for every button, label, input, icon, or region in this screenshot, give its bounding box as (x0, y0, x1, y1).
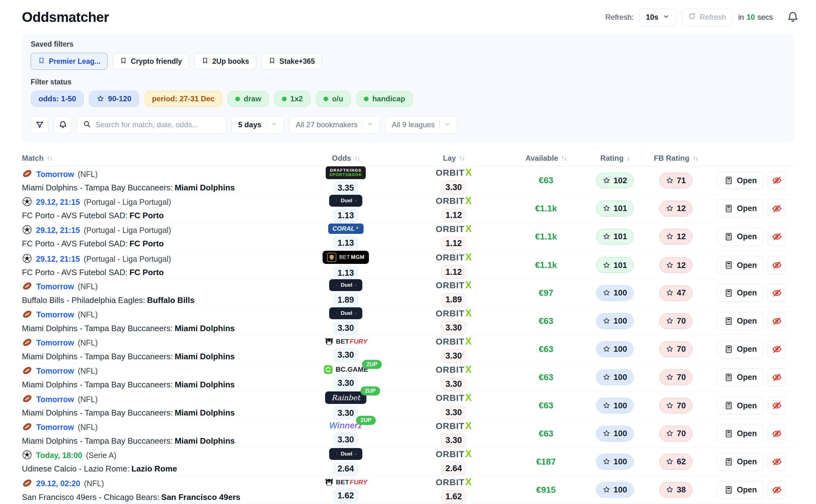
open-button[interactable]: Open (718, 481, 763, 499)
match-date-link[interactable]: Tomorrow (36, 366, 74, 375)
lay-odds[interactable]: 2.64 (442, 462, 466, 475)
days-select[interactable]: 5 days (231, 116, 284, 134)
hide-eye-off-button[interactable] (768, 453, 786, 471)
back-odds[interactable]: 1.62 (333, 489, 358, 502)
filter-funnel-button[interactable] (31, 116, 49, 134)
open-button[interactable]: Open (718, 453, 763, 471)
filter-chip[interactable]: period: 27-31 Dec (144, 91, 222, 107)
hide-eye-off-button[interactable] (768, 481, 786, 499)
hide-eye-off-button[interactable] (768, 256, 786, 274)
open-button[interactable]: Open (718, 228, 763, 246)
leagues-select[interactable]: All 9 leagues (385, 116, 458, 134)
lay-odds[interactable]: 1.89 (442, 293, 466, 306)
column-header-lay[interactable]: Lay↑↓ (397, 154, 510, 163)
bookmaker-logo-betfury: BETFURY (324, 337, 367, 346)
fb-rating-badge: 62 (659, 454, 692, 470)
lay-odds[interactable]: 1.62 (442, 490, 466, 503)
column-header-rating[interactable]: Rating↓ (582, 154, 648, 163)
refresh-button[interactable]: Refresh (682, 8, 732, 26)
column-header-fb-rating[interactable]: FB Rating↑↓ (648, 154, 704, 163)
column-header-match[interactable]: Match↑↓ (22, 154, 294, 163)
match-date-link[interactable]: Tomorrow (36, 170, 74, 179)
table-row: Tomorrow (NFL) Miami Dolphins - Tampa Ba… (22, 391, 794, 420)
back-odds[interactable]: 3.30 (333, 377, 358, 390)
open-button[interactable]: Open (718, 396, 763, 415)
open-button[interactable]: Open (718, 199, 763, 218)
notifications-bell-icon[interactable] (787, 11, 799, 23)
lay-odds[interactable]: 3.30 (442, 350, 466, 363)
match-date-link[interactable]: Tomorrow (36, 395, 74, 404)
lay-odds[interactable]: 1.12 (442, 209, 466, 222)
hide-eye-off-button[interactable] (768, 425, 786, 443)
back-odds[interactable]: 3.30 (333, 322, 358, 335)
filter-chip[interactable]: handicap (356, 91, 413, 107)
hide-eye-off-button[interactable] (768, 396, 786, 415)
back-odds[interactable]: 1.89 (333, 294, 358, 307)
hide-eye-off-button[interactable] (768, 368, 786, 386)
lay-odds[interactable]: 1.12 (442, 265, 466, 279)
filter-chip-label: odds: 1-50 (38, 94, 76, 103)
open-button[interactable]: Open (718, 340, 763, 358)
open-button[interactable]: Open (718, 256, 763, 274)
hide-eye-off-button[interactable] (768, 171, 786, 189)
match-date-link[interactable]: Tomorrow (36, 310, 74, 319)
filter-status-label: Filter status (31, 78, 785, 86)
back-odds[interactable]: 1.13 (333, 236, 358, 249)
match-date-link[interactable]: 29.12, 02:20 (36, 479, 80, 488)
bookmaker-logo-duel: ⋮Duel÷ (329, 279, 362, 291)
filter-chip[interactable]: draw (227, 91, 269, 107)
open-button[interactable]: Open (718, 368, 763, 386)
match-date-link[interactable]: Tomorrow (36, 423, 74, 432)
back-odds[interactable]: 1.13 (333, 266, 358, 280)
filter-chip[interactable]: o/u (316, 91, 351, 107)
open-button[interactable]: Open (718, 171, 763, 189)
open-button[interactable]: Open (718, 425, 763, 443)
saved-filter-button[interactable]: Crypto friendly (113, 53, 189, 70)
fb-rating-value: 12 (677, 260, 686, 270)
column-header-odds[interactable]: Odds↑↓ (294, 154, 397, 163)
lay-odds[interactable]: 3.30 (442, 434, 466, 447)
open-button[interactable]: Open (718, 284, 763, 302)
hide-eye-off-button[interactable] (768, 312, 786, 330)
back-odds[interactable]: 3.35 (333, 182, 358, 195)
back-odds[interactable]: 1.13 (333, 209, 358, 222)
match-teams: Miami Dolphins - Tampa Bay Buccaneers: (22, 408, 173, 417)
fb-rating-badge: 70 (659, 370, 692, 385)
lay-odds[interactable]: 3.30 (442, 181, 466, 194)
chevron-down-icon (663, 13, 670, 21)
lay-odds[interactable]: 3.30 (442, 378, 466, 391)
filter-chip[interactable]: odds: 1-50 (31, 91, 84, 107)
match-date-link[interactable]: Today, 18:00 (36, 451, 82, 460)
match-date-link[interactable]: 29.12, 21:15 (36, 226, 80, 235)
match-date-link[interactable]: 29.12, 21:15 (36, 198, 80, 207)
filter-chip[interactable]: 1x2 (274, 91, 311, 107)
back-odds[interactable]: 3.30 (333, 406, 358, 420)
filter-chip[interactable]: 90-120 (89, 91, 139, 107)
lay-odds[interactable]: 3.30 (442, 406, 466, 419)
hide-eye-off-button[interactable] (768, 340, 786, 358)
alerts-bell-button[interactable] (54, 116, 72, 134)
saved-filters-row: Premier Leag...Crypto friendly2Up booksS… (31, 53, 785, 70)
hide-eye-off-button[interactable] (768, 199, 786, 218)
back-odds[interactable]: 3.30 (333, 349, 358, 362)
hide-eye-off-button[interactable] (768, 284, 786, 302)
back-odds[interactable]: 3.30 (333, 433, 358, 446)
back-odds[interactable]: 2.64 (333, 462, 358, 476)
match-date-link[interactable]: 29.12, 21:15 (36, 255, 80, 264)
match-date-link[interactable]: Tomorrow (36, 338, 74, 347)
open-button[interactable]: Open (718, 312, 763, 330)
column-header-available[interactable]: Available↑↓ (510, 154, 582, 163)
lay-odds[interactable]: 1.12 (442, 237, 466, 250)
saved-filter-button[interactable]: Stake+365 (261, 53, 322, 70)
search-input[interactable] (95, 120, 220, 129)
table-row: Tomorrow (NFL) Miami Dolphins - Tampa Ba… (22, 166, 794, 194)
bookmaker-logo: Rainbet2UP (325, 391, 366, 404)
saved-filter-button[interactable]: 2Up books (194, 53, 256, 70)
saved-filter-button[interactable]: Premier Leag... (31, 53, 108, 70)
chevron-down-icon (271, 121, 277, 129)
bookmakers-select[interactable]: All 27 bookmakers (289, 116, 380, 134)
hide-eye-off-button[interactable] (768, 228, 786, 246)
lay-odds[interactable]: 3.30 (442, 321, 466, 335)
match-date-link[interactable]: Tomorrow (36, 282, 74, 291)
refresh-interval-select[interactable]: 10s (639, 8, 676, 26)
